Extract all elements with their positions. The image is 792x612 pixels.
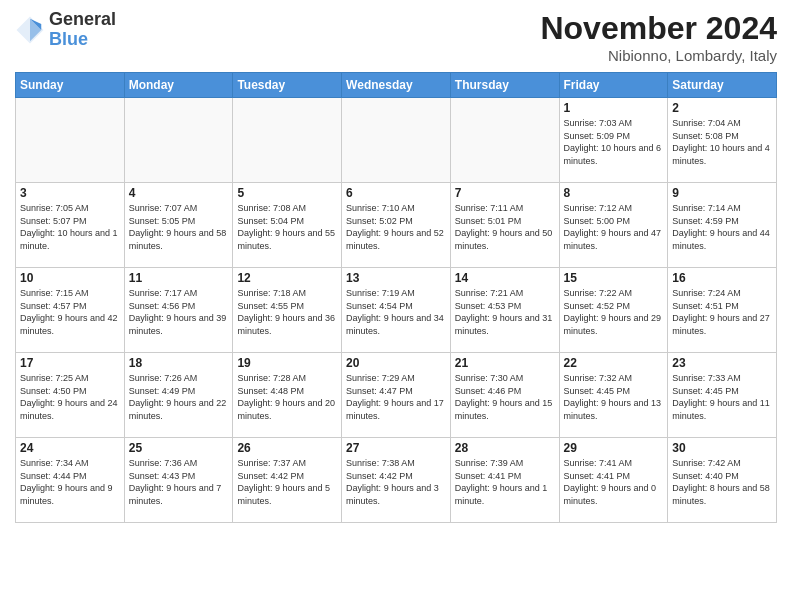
day-info: Sunrise: 7:26 AM Sunset: 4:49 PM Dayligh… [129,372,229,422]
page-header: General Blue November 2024 Nibionno, Lom… [15,10,777,64]
day-info: Sunrise: 7:11 AM Sunset: 5:01 PM Dayligh… [455,202,555,252]
calendar-cell: 26Sunrise: 7:37 AM Sunset: 4:42 PM Dayli… [233,438,342,523]
day-number: 1 [564,101,664,115]
calendar-header-row: Sunday Monday Tuesday Wednesday Thursday… [16,73,777,98]
week-row-2: 3Sunrise: 7:05 AM Sunset: 5:07 PM Daylig… [16,183,777,268]
day-number: 26 [237,441,337,455]
day-number: 23 [672,356,772,370]
calendar-cell [16,98,125,183]
calendar-cell: 11Sunrise: 7:17 AM Sunset: 4:56 PM Dayli… [124,268,233,353]
day-info: Sunrise: 7:25 AM Sunset: 4:50 PM Dayligh… [20,372,120,422]
day-info: Sunrise: 7:33 AM Sunset: 4:45 PM Dayligh… [672,372,772,422]
calendar-cell: 25Sunrise: 7:36 AM Sunset: 4:43 PM Dayli… [124,438,233,523]
calendar-cell: 17Sunrise: 7:25 AM Sunset: 4:50 PM Dayli… [16,353,125,438]
header-friday: Friday [559,73,668,98]
day-info: Sunrise: 7:07 AM Sunset: 5:05 PM Dayligh… [129,202,229,252]
day-number: 4 [129,186,229,200]
calendar-cell: 30Sunrise: 7:42 AM Sunset: 4:40 PM Dayli… [668,438,777,523]
calendar-cell: 23Sunrise: 7:33 AM Sunset: 4:45 PM Dayli… [668,353,777,438]
header-monday: Monday [124,73,233,98]
header-tuesday: Tuesday [233,73,342,98]
week-row-4: 17Sunrise: 7:25 AM Sunset: 4:50 PM Dayli… [16,353,777,438]
calendar-cell: 12Sunrise: 7:18 AM Sunset: 4:55 PM Dayli… [233,268,342,353]
calendar-cell: 1Sunrise: 7:03 AM Sunset: 5:09 PM Daylig… [559,98,668,183]
day-info: Sunrise: 7:19 AM Sunset: 4:54 PM Dayligh… [346,287,446,337]
month-title: November 2024 [540,10,777,47]
day-number: 11 [129,271,229,285]
day-number: 8 [564,186,664,200]
calendar-cell: 14Sunrise: 7:21 AM Sunset: 4:53 PM Dayli… [450,268,559,353]
day-number: 6 [346,186,446,200]
header-sunday: Sunday [16,73,125,98]
day-info: Sunrise: 7:03 AM Sunset: 5:09 PM Dayligh… [564,117,664,167]
calendar-cell: 10Sunrise: 7:15 AM Sunset: 4:57 PM Dayli… [16,268,125,353]
calendar-cell: 4Sunrise: 7:07 AM Sunset: 5:05 PM Daylig… [124,183,233,268]
day-number: 3 [20,186,120,200]
day-info: Sunrise: 7:32 AM Sunset: 4:45 PM Dayligh… [564,372,664,422]
day-info: Sunrise: 7:18 AM Sunset: 4:55 PM Dayligh… [237,287,337,337]
calendar-cell [124,98,233,183]
day-info: Sunrise: 7:15 AM Sunset: 4:57 PM Dayligh… [20,287,120,337]
calendar-cell: 13Sunrise: 7:19 AM Sunset: 4:54 PM Dayli… [342,268,451,353]
day-info: Sunrise: 7:28 AM Sunset: 4:48 PM Dayligh… [237,372,337,422]
header-saturday: Saturday [668,73,777,98]
week-row-5: 24Sunrise: 7:34 AM Sunset: 4:44 PM Dayli… [16,438,777,523]
calendar-cell: 6Sunrise: 7:10 AM Sunset: 5:02 PM Daylig… [342,183,451,268]
day-info: Sunrise: 7:04 AM Sunset: 5:08 PM Dayligh… [672,117,772,167]
page-container: General Blue November 2024 Nibionno, Lom… [0,0,792,612]
day-info: Sunrise: 7:21 AM Sunset: 4:53 PM Dayligh… [455,287,555,337]
day-info: Sunrise: 7:39 AM Sunset: 4:41 PM Dayligh… [455,457,555,507]
logo-icon [15,15,45,45]
calendar-cell: 15Sunrise: 7:22 AM Sunset: 4:52 PM Dayli… [559,268,668,353]
day-info: Sunrise: 7:08 AM Sunset: 5:04 PM Dayligh… [237,202,337,252]
day-info: Sunrise: 7:38 AM Sunset: 4:42 PM Dayligh… [346,457,446,507]
day-number: 13 [346,271,446,285]
day-number: 5 [237,186,337,200]
calendar-cell: 24Sunrise: 7:34 AM Sunset: 4:44 PM Dayli… [16,438,125,523]
day-info: Sunrise: 7:05 AM Sunset: 5:07 PM Dayligh… [20,202,120,252]
day-info: Sunrise: 7:17 AM Sunset: 4:56 PM Dayligh… [129,287,229,337]
day-number: 7 [455,186,555,200]
logo: General Blue [15,10,116,50]
week-row-1: 1Sunrise: 7:03 AM Sunset: 5:09 PM Daylig… [16,98,777,183]
day-info: Sunrise: 7:37 AM Sunset: 4:42 PM Dayligh… [237,457,337,507]
day-number: 18 [129,356,229,370]
day-number: 19 [237,356,337,370]
calendar-cell: 16Sunrise: 7:24 AM Sunset: 4:51 PM Dayli… [668,268,777,353]
day-number: 10 [20,271,120,285]
header-thursday: Thursday [450,73,559,98]
title-block: November 2024 Nibionno, Lombardy, Italy [540,10,777,64]
calendar-cell: 22Sunrise: 7:32 AM Sunset: 4:45 PM Dayli… [559,353,668,438]
calendar-cell: 29Sunrise: 7:41 AM Sunset: 4:41 PM Dayli… [559,438,668,523]
calendar-cell: 18Sunrise: 7:26 AM Sunset: 4:49 PM Dayli… [124,353,233,438]
day-number: 25 [129,441,229,455]
day-number: 22 [564,356,664,370]
day-number: 30 [672,441,772,455]
day-number: 20 [346,356,446,370]
calendar-cell: 9Sunrise: 7:14 AM Sunset: 4:59 PM Daylig… [668,183,777,268]
calendar-cell: 3Sunrise: 7:05 AM Sunset: 5:07 PM Daylig… [16,183,125,268]
day-info: Sunrise: 7:36 AM Sunset: 4:43 PM Dayligh… [129,457,229,507]
day-number: 12 [237,271,337,285]
day-number: 9 [672,186,772,200]
calendar-cell: 21Sunrise: 7:30 AM Sunset: 4:46 PM Dayli… [450,353,559,438]
logo-text: General Blue [49,10,116,50]
calendar-cell: 7Sunrise: 7:11 AM Sunset: 5:01 PM Daylig… [450,183,559,268]
week-row-3: 10Sunrise: 7:15 AM Sunset: 4:57 PM Dayli… [16,268,777,353]
location: Nibionno, Lombardy, Italy [540,47,777,64]
day-info: Sunrise: 7:22 AM Sunset: 4:52 PM Dayligh… [564,287,664,337]
calendar-cell: 28Sunrise: 7:39 AM Sunset: 4:41 PM Dayli… [450,438,559,523]
calendar-cell [450,98,559,183]
day-info: Sunrise: 7:29 AM Sunset: 4:47 PM Dayligh… [346,372,446,422]
calendar-cell: 2Sunrise: 7:04 AM Sunset: 5:08 PM Daylig… [668,98,777,183]
day-number: 17 [20,356,120,370]
day-info: Sunrise: 7:10 AM Sunset: 5:02 PM Dayligh… [346,202,446,252]
calendar-cell: 20Sunrise: 7:29 AM Sunset: 4:47 PM Dayli… [342,353,451,438]
day-info: Sunrise: 7:34 AM Sunset: 4:44 PM Dayligh… [20,457,120,507]
day-info: Sunrise: 7:24 AM Sunset: 4:51 PM Dayligh… [672,287,772,337]
day-info: Sunrise: 7:12 AM Sunset: 5:00 PM Dayligh… [564,202,664,252]
calendar-cell: 27Sunrise: 7:38 AM Sunset: 4:42 PM Dayli… [342,438,451,523]
calendar-table: Sunday Monday Tuesday Wednesday Thursday… [15,72,777,523]
day-number: 14 [455,271,555,285]
calendar-cell: 5Sunrise: 7:08 AM Sunset: 5:04 PM Daylig… [233,183,342,268]
